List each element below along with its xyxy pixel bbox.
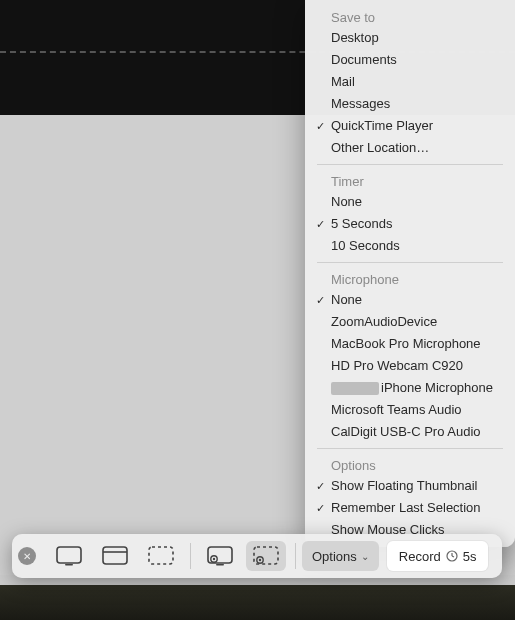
- svg-point-8: [213, 558, 215, 560]
- options-button-label: Options: [312, 549, 357, 564]
- close-button[interactable]: ✕: [18, 547, 36, 565]
- options-menu: Save to ✓Desktop ✓Documents ✓Mail ✓Messa…: [305, 0, 515, 547]
- check-icon: ✓: [313, 117, 327, 135]
- menu-item-label: iPhone Microphone: [331, 379, 493, 397]
- check-icon: ✓: [313, 499, 327, 517]
- menu-item-documents[interactable]: ✓Documents: [305, 49, 515, 71]
- record-button-label: Record: [399, 549, 441, 564]
- menu-item-timer-10s[interactable]: ✓10 Seconds: [305, 235, 515, 257]
- menu-item-label: Desktop: [331, 29, 379, 47]
- menu-item-label: MacBook Pro Microphone: [331, 335, 481, 353]
- menu-item-label: ZoomAudioDevice: [331, 313, 437, 331]
- selection-icon: [148, 546, 174, 566]
- menu-item-mic-teams[interactable]: ✓Microsoft Teams Audio: [305, 399, 515, 421]
- check-icon: ✓: [313, 477, 327, 495]
- menu-item-label: Remember Last Selection: [331, 499, 481, 517]
- menu-item-messages[interactable]: ✓Messages: [305, 93, 515, 115]
- screen-icon: [56, 546, 82, 566]
- close-icon: ✕: [23, 551, 31, 562]
- capture-entire-screen-button[interactable]: [49, 541, 89, 571]
- chevron-down-icon: ⌄: [361, 551, 369, 562]
- redacted-text: [331, 382, 379, 395]
- svg-point-11: [259, 559, 261, 561]
- menu-item-mail[interactable]: ✓Mail: [305, 71, 515, 93]
- menu-header-options: Options: [305, 454, 515, 475]
- record-selection-button[interactable]: [246, 541, 286, 571]
- svg-rect-1: [65, 564, 73, 566]
- menu-item-label: 10 Seconds: [331, 237, 400, 255]
- record-timer-value: 5s: [463, 549, 477, 564]
- menu-item-label: Other Location…: [331, 139, 429, 157]
- record-selection-icon: [253, 546, 279, 566]
- capture-window-button[interactable]: [95, 541, 135, 571]
- check-icon: ✓: [313, 215, 327, 233]
- capture-selection-button[interactable]: [141, 541, 181, 571]
- menu-item-mic-zoom[interactable]: ✓ZoomAudioDevice: [305, 311, 515, 333]
- menu-header-timer: Timer: [305, 170, 515, 191]
- menu-item-desktop[interactable]: ✓Desktop: [305, 27, 515, 49]
- menu-item-label: HD Pro Webcam C920: [331, 357, 463, 375]
- menu-header-microphone: Microphone: [305, 268, 515, 289]
- menu-item-label: 5 Seconds: [331, 215, 392, 233]
- menu-item-mic-iphone[interactable]: ✓iPhone Microphone: [305, 377, 515, 399]
- menu-item-label: Show Floating Thumbnail: [331, 477, 477, 495]
- menu-item-timer-none[interactable]: ✓None: [305, 191, 515, 213]
- svg-rect-4: [149, 547, 173, 564]
- svg-line-14: [452, 556, 454, 557]
- screenshot-toolbar: ✕ Options ⌄ Record 5s: [12, 534, 502, 578]
- menu-separator: [317, 448, 503, 449]
- menu-item-label: Documents: [331, 51, 397, 69]
- timer-icon: [446, 550, 458, 562]
- menu-item-quicktime[interactable]: ✓QuickTime Player: [305, 115, 515, 137]
- window-icon: [102, 546, 128, 566]
- svg-rect-0: [57, 547, 81, 563]
- svg-rect-2: [103, 547, 127, 564]
- menu-item-label: QuickTime Player: [331, 117, 433, 135]
- menu-item-remember-selection[interactable]: ✓Remember Last Selection: [305, 497, 515, 519]
- toolbar-divider: [295, 543, 296, 569]
- menu-separator: [317, 164, 503, 165]
- menu-item-label: CalDigit USB-C Pro Audio: [331, 423, 481, 441]
- menu-item-label: Mail: [331, 73, 355, 91]
- menu-item-mic-macbook[interactable]: ✓MacBook Pro Microphone: [305, 333, 515, 355]
- menu-item-label: Microsoft Teams Audio: [331, 401, 462, 419]
- menu-item-mic-none[interactable]: ✓None: [305, 289, 515, 311]
- menu-item-timer-5s[interactable]: ✓5 Seconds: [305, 213, 515, 235]
- menu-item-label: None: [331, 291, 362, 309]
- record-entire-screen-button[interactable]: [200, 541, 240, 571]
- menu-item-mic-c920[interactable]: ✓HD Pro Webcam C920: [305, 355, 515, 377]
- menu-separator: [317, 262, 503, 263]
- toolbar-divider: [190, 543, 191, 569]
- menu-item-label: Messages: [331, 95, 390, 113]
- menu-header-save-to: Save to: [305, 6, 515, 27]
- menu-item-floating-thumbnail[interactable]: ✓Show Floating Thumbnail: [305, 475, 515, 497]
- screenshot-root: Save to ✓Desktop ✓Documents ✓Mail ✓Messa…: [0, 0, 515, 620]
- background-photo-strip: [0, 585, 515, 620]
- menu-item-label: None: [331, 193, 362, 211]
- check-icon: ✓: [313, 291, 327, 309]
- menu-item-mic-caldigit[interactable]: ✓CalDigit USB-C Pro Audio: [305, 421, 515, 443]
- svg-rect-6: [216, 564, 224, 566]
- record-screen-icon: [207, 546, 233, 566]
- options-button[interactable]: Options ⌄: [302, 541, 379, 571]
- menu-item-other-location[interactable]: ✓Other Location…: [305, 137, 515, 159]
- record-button[interactable]: Record 5s: [387, 541, 489, 571]
